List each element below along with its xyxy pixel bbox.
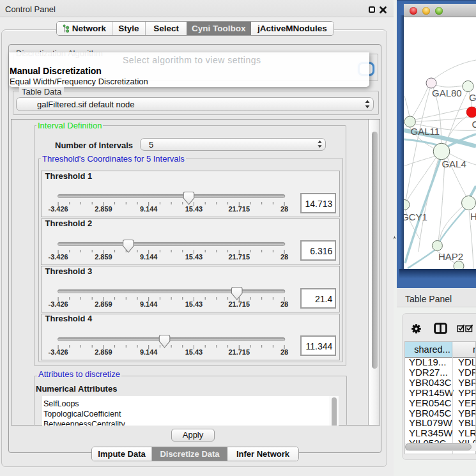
svg-text:9.144: 9.144	[139, 348, 157, 356]
svg-text:-3.426: -3.426	[48, 253, 68, 261]
svg-text:GAL11: GAL11	[411, 126, 440, 137]
svg-text:21.715: 21.715	[228, 205, 250, 213]
svg-text:C: C	[472, 119, 476, 130]
svg-text:GA: GA	[469, 92, 476, 103]
svg-text:-3.426: -3.426	[48, 301, 68, 309]
svg-text:GCY1: GCY1	[404, 211, 427, 222]
svg-text:2.859: 2.859	[95, 348, 112, 356]
svg-text:2.859: 2.859	[95, 253, 112, 261]
svg-text:9.144: 9.144	[139, 301, 157, 309]
svg-text:2.859: 2.859	[95, 205, 112, 213]
svg-text:GAL4: GAL4	[441, 158, 466, 169]
svg-text:-3.426: -3.426	[48, 205, 68, 213]
svg-text:15.43: 15.43	[185, 205, 203, 213]
svg-text:2.859: 2.859	[95, 301, 112, 309]
svg-text:9.144: 9.144	[139, 205, 157, 213]
svg-text:15.43: 15.43	[185, 253, 203, 261]
svg-text:15.43: 15.43	[185, 348, 203, 356]
svg-text:28: 28	[280, 348, 288, 356]
svg-text:H: H	[470, 211, 476, 222]
svg-text:28: 28	[280, 205, 288, 213]
svg-text:15.43: 15.43	[185, 301, 203, 309]
svg-text:28: 28	[280, 253, 288, 261]
svg-text:GAL80: GAL80	[432, 88, 462, 98]
svg-text:21.715: 21.715	[228, 253, 250, 261]
svg-text:-3.426: -3.426	[48, 348, 68, 356]
svg-text:HAP2: HAP2	[438, 251, 463, 262]
svg-text:9.144: 9.144	[139, 253, 157, 261]
svg-text:21.715: 21.715	[228, 301, 250, 309]
svg-text:28: 28	[280, 301, 288, 309]
svg-text:21.715: 21.715	[228, 348, 250, 356]
